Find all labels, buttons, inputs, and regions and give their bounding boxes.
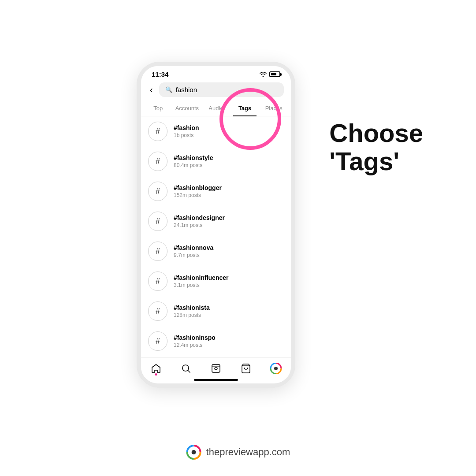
tab-accounts[interactable]: Accounts [173, 100, 202, 116]
svg-point-3 [215, 367, 217, 370]
annotation-line1: Choose [329, 119, 423, 147]
svg-point-0 [182, 365, 189, 371]
search-icon: 🔍 [165, 86, 172, 93]
reels-icon [211, 363, 221, 374]
home-indicator [194, 379, 238, 381]
tag-info: #fashionblogger 152m posts [174, 184, 222, 198]
battery-icon [269, 71, 280, 77]
wifi-icon [260, 72, 267, 77]
search-input-box[interactable]: 🔍 fashion [159, 82, 284, 97]
tag-count: 152m posts [174, 192, 222, 198]
tag-name: #fashioninfluencer [174, 274, 228, 281]
tag-info: #fashioninspo 12.4m posts [174, 334, 216, 348]
search-nav-icon [181, 363, 191, 374]
svg-line-1 [188, 371, 190, 373]
hash-icon: # [148, 152, 167, 171]
nav-search[interactable] [180, 362, 192, 375]
tag-list-item[interactable]: # #fashionnova 9.7m posts [141, 236, 291, 266]
tag-name: #fashionstyle [174, 154, 213, 161]
nav-shop[interactable] [240, 362, 252, 375]
search-bar-row: ‹ 🔍 fashion [141, 81, 291, 100]
scene: 11:34 ‹ 🔍 [0, 0, 476, 476]
tag-info: #fashiondesigner 24.1m posts [174, 214, 225, 228]
nav-home[interactable] [150, 362, 162, 375]
svg-point-9 [192, 450, 196, 454]
nav-home-dot [155, 373, 157, 376]
tag-count: 128m posts [174, 312, 210, 318]
tag-name: #fashionnova [174, 244, 213, 251]
nav-reels[interactable] [210, 362, 222, 375]
tag-list-item[interactable]: # #fashioninfluencer 3.1m posts [141, 266, 291, 296]
footer: thepreviewapp.com [186, 444, 290, 460]
tab-tags[interactable]: Tags [231, 100, 260, 116]
tag-list-item[interactable]: # #fashionblogger 152m posts [141, 176, 291, 206]
phone-screen: 11:34 ‹ 🔍 [137, 62, 295, 388]
tag-count: 9.7m posts [174, 252, 213, 258]
svg-point-7 [274, 367, 278, 370]
tag-info: #fashion 1b posts [174, 124, 199, 138]
tag-count: 3.1m posts [174, 282, 228, 288]
tag-list-item[interactable]: # #fashionstyle 80.4m posts [141, 146, 291, 176]
shop-icon [241, 363, 251, 374]
hash-icon: # [148, 122, 167, 141]
tag-count: 1b posts [174, 132, 199, 138]
hash-icon: # [148, 271, 167, 291]
tag-name: #fashion [174, 124, 199, 131]
tag-name: #fashionista [174, 304, 210, 311]
tab-audio[interactable]: Audio [201, 100, 231, 116]
tag-count: 24.1m posts [174, 222, 225, 228]
tag-name: #fashionblogger [174, 184, 222, 191]
tag-count: 12.4m posts [174, 342, 216, 348]
tag-info: #fashioninfluencer 3.1m posts [174, 274, 228, 288]
profile-color-icon [270, 363, 282, 374]
nav-profile[interactable] [270, 362, 282, 375]
tag-count: 80.4m posts [174, 162, 213, 168]
tag-list-item[interactable]: # #fashionista 128m posts [141, 296, 291, 326]
tab-places[interactable]: Places [259, 100, 288, 116]
annotation-line2: 'Tags' [329, 147, 423, 175]
bottom-nav [141, 357, 291, 377]
search-query: fashion [176, 86, 197, 93]
tag-info: #fashionista 128m posts [174, 304, 210, 318]
tag-list-item[interactable]: # #fashioninspo 12.4m posts [141, 326, 291, 356]
hash-icon: # [148, 242, 167, 261]
status-bar: 11:34 [141, 66, 291, 81]
phone-mockup: 11:34 ‹ 🔍 [137, 62, 295, 388]
hash-icon: # [148, 182, 167, 201]
tab-top[interactable]: Top [144, 100, 173, 116]
tag-info: #fashionstyle 80.4m posts [174, 154, 213, 168]
home-icon [151, 363, 161, 374]
svg-rect-2 [212, 364, 220, 372]
tags-list: # #fashion 1b posts # #fashionstyle 80.4… [141, 116, 291, 357]
battery-fill [271, 73, 276, 75]
status-icons [260, 71, 280, 77]
tag-name: #fashioninspo [174, 334, 216, 341]
status-time: 11:34 [152, 71, 168, 78]
back-button[interactable]: ‹ [148, 84, 155, 96]
footer-logo [186, 444, 202, 460]
tag-info: #fashionnova 9.7m posts [174, 244, 213, 258]
hash-icon: # [148, 301, 167, 321]
footer-url: thepreviewapp.com [206, 446, 290, 458]
hash-icon: # [148, 212, 167, 231]
annotation-text: Choose 'Tags' [329, 119, 423, 175]
tag-name: #fashiondesigner [174, 214, 225, 221]
hash-icon: # [148, 331, 167, 351]
tag-list-item[interactable]: # #fashiondesigner 24.1m posts [141, 206, 291, 236]
tag-list-item[interactable]: # #fashion 1b posts [141, 116, 291, 146]
tabs-row: Top Accounts Audio Tags Places [141, 100, 291, 116]
